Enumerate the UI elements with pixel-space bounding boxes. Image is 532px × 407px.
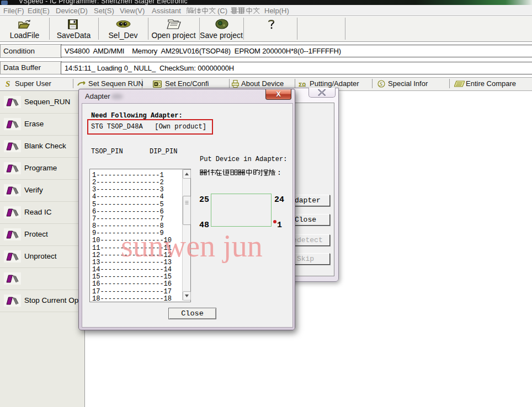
svg-text:S: S <box>380 81 383 87</box>
svg-text:S: S <box>6 80 10 88</box>
svg-text:ΣΩ: ΣΩ <box>299 82 306 88</box>
